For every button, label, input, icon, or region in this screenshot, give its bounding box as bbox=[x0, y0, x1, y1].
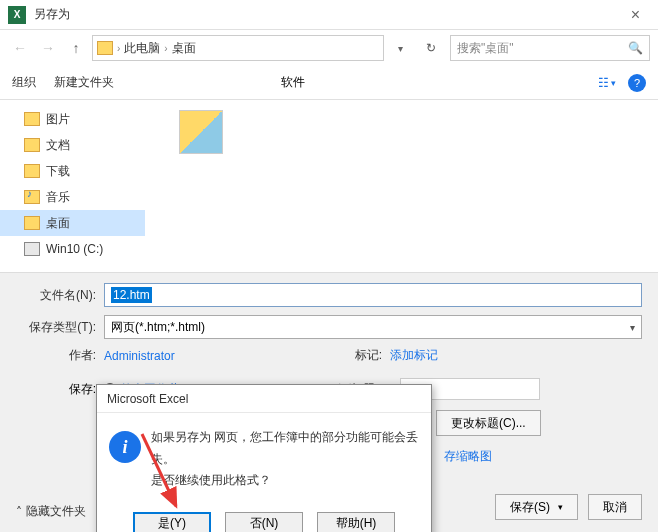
chevron-up-icon: ˄ bbox=[16, 505, 22, 519]
dialog-line1: 如果另存为 网页，您工作簿中的部分功能可能会丢失。 bbox=[151, 427, 419, 470]
drive-icon bbox=[24, 242, 40, 256]
search-input[interactable]: 搜索"桌面" 🔍 bbox=[450, 35, 650, 61]
forward-button[interactable]: → bbox=[36, 36, 60, 60]
organize-menu[interactable]: 组织 bbox=[12, 74, 36, 91]
filetype-value: 网页(*.htm;*.html) bbox=[111, 319, 205, 336]
help-button[interactable]: ? bbox=[628, 74, 646, 92]
filetype-label: 保存类型(T): bbox=[16, 319, 96, 336]
filename-label: 文件名(N): bbox=[16, 287, 96, 304]
cancel-button[interactable]: 取消 bbox=[588, 494, 642, 520]
folder-icon bbox=[24, 216, 40, 230]
sidebar-item-label: 图片 bbox=[46, 111, 70, 128]
folder-icon bbox=[97, 41, 113, 55]
confirm-dialog: Microsoft Excel i 如果另存为 网页，您工作簿中的部分功能可能会… bbox=[96, 384, 432, 532]
explorer-body: 图片 文档 下载 音乐 桌面 Win10 (C:) 软件 bbox=[0, 100, 658, 272]
breadcrumb-desktop[interactable]: 桌面 bbox=[172, 40, 196, 57]
filetype-dropdown[interactable]: 网页(*.htm;*.html) ▾ bbox=[104, 315, 642, 339]
nav-bar: ← → ↑ › 此电脑 › 桌面 ▾ ↻ 搜索"桌面" 🔍 bbox=[0, 30, 658, 66]
search-placeholder: 搜索"桌面" bbox=[457, 40, 628, 57]
change-title-button[interactable]: 更改标题(C)... bbox=[436, 410, 541, 436]
dropdown-icon[interactable]: ▾ bbox=[388, 36, 412, 60]
dialog-message: 如果另存为 网页，您工作簿中的部分功能可能会丢失。 是否继续使用此格式？ bbox=[151, 427, 419, 492]
chevron-down-icon: ▾ bbox=[630, 322, 635, 333]
sidebar-item-desktop[interactable]: 桌面 bbox=[0, 210, 145, 236]
author-value[interactable]: Administrator bbox=[104, 349, 175, 363]
back-button[interactable]: ← bbox=[8, 36, 32, 60]
tags-label: 标记: bbox=[355, 347, 382, 364]
sidebar-item-documents[interactable]: 文档 bbox=[0, 132, 145, 158]
folder-icon bbox=[24, 112, 40, 126]
folder-item[interactable] bbox=[161, 110, 241, 154]
help-button[interactable]: 帮助(H) bbox=[317, 512, 395, 532]
breadcrumb-this-pc[interactable]: 此电脑 bbox=[124, 40, 160, 57]
folder-thumb-icon bbox=[179, 110, 223, 154]
sidebar-item-label: 音乐 bbox=[46, 189, 70, 206]
hide-folders-toggle[interactable]: ˄ 隐藏文件夹 bbox=[16, 503, 86, 520]
refresh-button[interactable]: ↻ bbox=[420, 37, 442, 59]
chevron-down-icon: ▾ bbox=[611, 78, 616, 88]
folder-icon bbox=[24, 164, 40, 178]
sidebar-item-label: 下载 bbox=[46, 163, 70, 180]
title-bar: X 另存为 × bbox=[0, 0, 658, 30]
chevron-right-icon: › bbox=[117, 43, 120, 54]
tags-value[interactable]: 添加标记 bbox=[390, 347, 438, 364]
no-button[interactable]: 否(N) bbox=[225, 512, 303, 532]
toolbar: 组织 新建文件夹 ☷ ▾ ? bbox=[0, 66, 658, 100]
sidebar-item-pictures[interactable]: 图片 bbox=[0, 106, 145, 132]
folder-label: 软件 bbox=[281, 74, 305, 91]
music-folder-icon bbox=[24, 190, 40, 204]
chevron-right-icon: › bbox=[164, 43, 167, 54]
search-icon: 🔍 bbox=[628, 41, 643, 55]
new-folder-button[interactable]: 新建文件夹 bbox=[54, 74, 114, 91]
save-button[interactable]: 保存(S)▾ bbox=[495, 494, 578, 520]
excel-app-icon: X bbox=[8, 6, 26, 24]
author-label: 作者: bbox=[16, 347, 96, 364]
save-thumbnail-link[interactable]: 存缩略图 bbox=[444, 448, 642, 465]
sidebar-item-drive-c[interactable]: Win10 (C:) bbox=[0, 236, 145, 262]
sidebar: 图片 文档 下载 音乐 桌面 Win10 (C:) bbox=[0, 100, 145, 272]
info-icon: i bbox=[109, 431, 141, 463]
window-title: 另存为 bbox=[34, 6, 70, 23]
file-list: 软件 bbox=[145, 100, 658, 272]
up-button[interactable]: ↑ bbox=[64, 36, 88, 60]
view-icon: ☷ bbox=[598, 76, 609, 90]
breadcrumb[interactable]: › 此电脑 › 桌面 bbox=[92, 35, 384, 61]
sidebar-item-music[interactable]: 音乐 bbox=[0, 184, 145, 210]
dialog-title: Microsoft Excel bbox=[97, 385, 431, 413]
dialog-line2: 是否继续使用此格式？ bbox=[151, 470, 419, 492]
filename-input[interactable]: 12.htm bbox=[104, 283, 642, 307]
sidebar-item-label: Win10 (C:) bbox=[46, 242, 103, 256]
filename-value: 12.htm bbox=[111, 287, 152, 303]
sidebar-item-downloads[interactable]: 下载 bbox=[0, 158, 145, 184]
hide-folders-label: 隐藏文件夹 bbox=[26, 503, 86, 520]
sidebar-item-label: 桌面 bbox=[46, 215, 70, 232]
view-mode-button[interactable]: ☷ ▾ bbox=[598, 76, 616, 90]
folder-icon bbox=[24, 138, 40, 152]
close-icon[interactable]: × bbox=[621, 6, 650, 24]
save-scope-label: 保存: bbox=[16, 381, 96, 398]
yes-button[interactable]: 是(Y) bbox=[133, 512, 211, 532]
sidebar-item-label: 文档 bbox=[46, 137, 70, 154]
